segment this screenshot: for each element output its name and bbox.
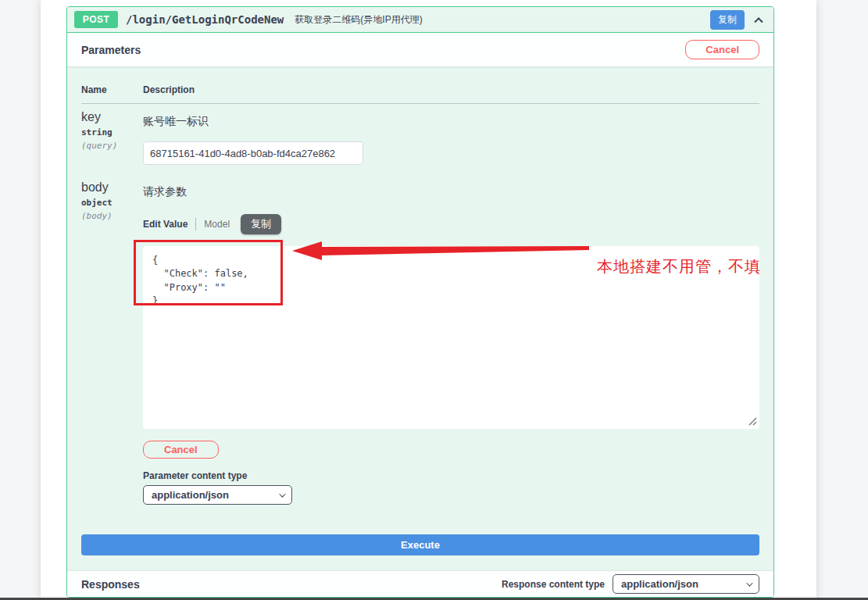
tab-edit-value[interactable]: Edit Value [143, 219, 188, 230]
selected-response-content-type: application/json [621, 578, 698, 590]
copy-endpoint-button[interactable]: 复制 [710, 10, 745, 30]
responses-header: Responses Response content type applicat… [67, 571, 773, 597]
chevron-down-icon [746, 580, 752, 586]
opblock-summary[interactable]: POST /login/GetLoginQrCodeNew 获取登录二维码(异地… [67, 7, 773, 33]
parameter-content-type-label: Parameter content type [143, 470, 759, 481]
param-desc-cell: 账号唯一标识 [143, 110, 759, 165]
param-name: key [81, 110, 143, 124]
body-editor-tabs: Edit Value Model 复制 [143, 215, 759, 234]
parameters-header: Parameters Cancel [67, 33, 773, 66]
param-name-cell: key string (query) [81, 110, 143, 165]
opblock-post: POST /login/GetLoginQrCodeNew 获取登录二维码(异地… [66, 6, 774, 598]
cancel-button[interactable]: Cancel [685, 40, 759, 59]
endpoint-summary: 获取登录二维码(异地IP用代理) [295, 13, 422, 27]
body-cancel-button[interactable]: Cancel [143, 441, 219, 459]
param-name: body [81, 180, 143, 195]
table-row-key: key string (query) 账号唯一标识 [81, 110, 759, 165]
parameters-title: Parameters [81, 44, 141, 56]
http-method-badge: POST [74, 11, 118, 28]
response-content-type-select[interactable]: application/json [613, 574, 759, 594]
param-location: (body) [81, 211, 143, 221]
column-description: Description [143, 84, 759, 95]
execute-button[interactable]: Execute [81, 534, 759, 555]
column-name: Name [81, 84, 143, 95]
responses-content-type-group: Response content type application/json [502, 574, 759, 594]
collapse-button[interactable] [751, 12, 766, 27]
parameters-table-header: Name Description [81, 84, 759, 104]
chevron-up-icon [754, 17, 763, 26]
param-description: 请求参数 [143, 180, 759, 199]
endpoint-path: /login/GetLoginQrCodeNew [126, 13, 284, 26]
param-desc-cell: 请求参数 Edit Value Model 复制 { "Check": fals… [143, 180, 759, 505]
param-location: (query) [81, 141, 143, 151]
responses-title: Responses [81, 578, 140, 591]
tab-model[interactable]: Model [204, 219, 230, 230]
copy-body-button[interactable]: 复制 [241, 214, 281, 234]
page: POST /login/GetLoginQrCodeNew 获取登录二维码(异地… [0, 0, 868, 600]
param-type: string [81, 127, 143, 138]
key-value-input[interactable] [143, 141, 363, 165]
param-type: object [81, 198, 143, 208]
resize-grip-icon[interactable] [748, 416, 757, 426]
selected-content-type: application/json [152, 489, 229, 501]
body-json-textarea[interactable]: { "Check": false, "Proxy": "" } [143, 246, 759, 429]
table-row-body: body object (body) 请求参数 Edit Value Model… [81, 180, 759, 505]
chevron-down-icon [279, 491, 285, 497]
response-content-type-label: Response content type [502, 579, 605, 590]
body-textarea-wrap: { "Check": false, "Proxy": "" } [143, 246, 759, 429]
param-description: 账号唯一标识 [143, 110, 759, 129]
parameter-content-type-select[interactable]: application/json [143, 485, 292, 505]
tab-divider [195, 218, 196, 230]
param-name-cell: body object (body) [81, 180, 143, 505]
